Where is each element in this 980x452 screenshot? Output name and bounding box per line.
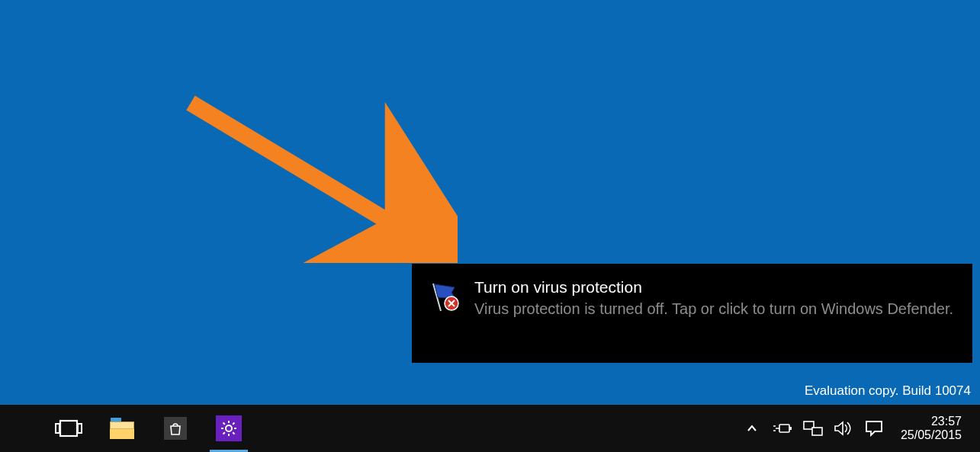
show-hidden-icons-button[interactable] — [742, 418, 762, 438]
svg-rect-7 — [78, 424, 82, 433]
svg-rect-20 — [812, 428, 822, 435]
notification-toast[interactable]: Turn on virus protection Virus protectio… — [412, 264, 972, 363]
annotation-arrow — [183, 95, 458, 263]
desktop[interactable]: Turn on virus protection Virus protectio… — [0, 0, 980, 452]
store-button[interactable] — [149, 405, 202, 452]
power-plug-icon — [773, 422, 792, 435]
svg-point-8 — [226, 425, 232, 431]
file-explorer-icon — [110, 418, 134, 439]
network-tray-button[interactable] — [803, 418, 823, 438]
settings-button[interactable] — [202, 405, 255, 452]
build-watermark: Evaluation copy. Build 10074 — [805, 383, 971, 399]
toast-body: Virus protection is turned off. Tap or c… — [474, 299, 953, 319]
svg-line-14 — [233, 432, 234, 434]
toast-title: Turn on virus protection — [474, 277, 953, 297]
action-center-flag-error-icon — [426, 277, 464, 313]
store-icon — [164, 417, 187, 440]
task-view-button[interactable] — [42, 405, 95, 452]
system-tray: 23:57 25/05/2015 — [742, 415, 980, 443]
svg-rect-5 — [60, 421, 77, 436]
svg-line-16 — [223, 432, 225, 434]
svg-rect-6 — [56, 424, 59, 433]
settings-gear-icon — [216, 415, 242, 441]
task-view-icon — [55, 418, 82, 438]
network-icon — [803, 420, 823, 437]
power-tray-button[interactable] — [773, 418, 792, 438]
volume-icon — [834, 420, 853, 437]
action-center-icon — [865, 420, 883, 437]
chevron-up-icon — [747, 423, 757, 434]
clock-time: 23:57 — [901, 415, 962, 428]
svg-rect-18 — [789, 427, 792, 430]
action-center-tray-button[interactable] — [864, 418, 884, 438]
clock-date: 25/05/2015 — [901, 428, 962, 442]
volume-tray-button[interactable] — [834, 418, 853, 438]
svg-line-15 — [233, 423, 234, 425]
taskbar-clock[interactable]: 23:57 25/05/2015 — [895, 415, 972, 443]
svg-rect-17 — [779, 425, 789, 432]
svg-line-0 — [191, 103, 419, 240]
svg-line-13 — [223, 423, 225, 425]
file-explorer-button[interactable] — [95, 405, 149, 452]
taskbar: 23:57 25/05/2015 — [0, 405, 980, 452]
